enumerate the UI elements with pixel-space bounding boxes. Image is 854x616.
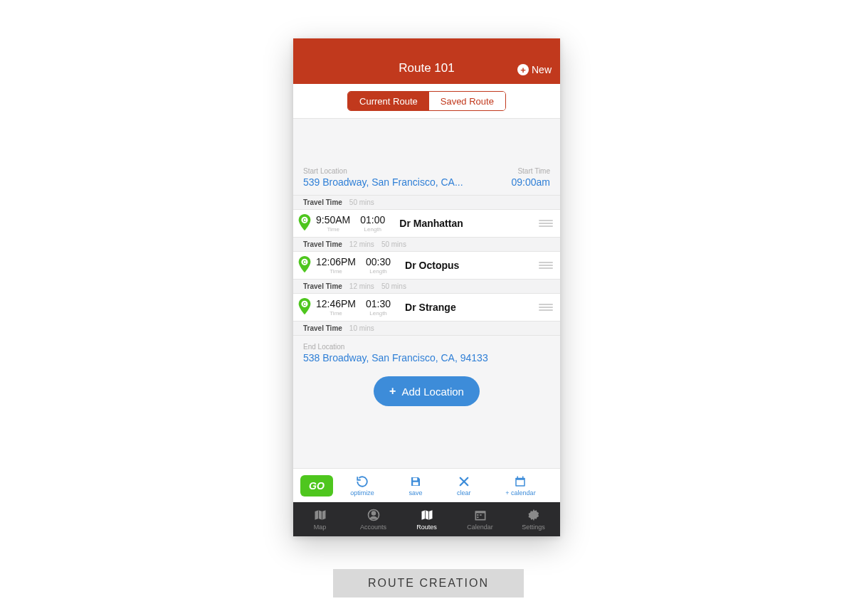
travel-time-row: Travel Time 50 mins xyxy=(293,196,560,210)
time-sublabel: Time xyxy=(330,268,342,275)
end-location-block[interactable]: End Location 538 Broadway, San Francisco… xyxy=(293,336,560,435)
stop-length-value: 01:00 xyxy=(360,214,385,225)
length-sublabel: Length xyxy=(369,268,386,275)
svg-rect-23 xyxy=(480,514,482,516)
travel-secondary: 50 mins xyxy=(381,240,406,248)
svg-text:C: C xyxy=(303,260,307,265)
location-pin-icon: C xyxy=(297,298,312,317)
travel-primary: 12 mins xyxy=(349,282,374,290)
nav-settings[interactable]: Settings xyxy=(507,502,560,536)
stop-time-value: 9:50AM xyxy=(316,214,350,225)
end-address: 538 Broadway, San Francisco, CA, 94133 xyxy=(303,352,550,363)
stop-length-value: 00:30 xyxy=(366,256,391,267)
drag-handle-icon[interactable] xyxy=(539,304,553,311)
plus-icon: + xyxy=(389,385,396,398)
tab-bar: Current Route Saved Route xyxy=(293,84,560,119)
add-to-calendar-button[interactable]: + calendar xyxy=(505,475,535,496)
plus-circle-icon: + xyxy=(517,64,529,75)
phone-frame: Route 101 + New Current Route Saved Rout… xyxy=(293,38,560,536)
start-time-label: Start Time xyxy=(512,167,550,175)
travel-time-prefix: Travel Time xyxy=(303,282,342,290)
drag-handle-icon[interactable] xyxy=(539,262,553,269)
travel-time-row: Travel Time 12 mins 50 mins xyxy=(293,238,560,252)
app-header: Route 101 + New xyxy=(293,38,560,84)
travel-time-prefix: Travel Time xyxy=(303,240,342,248)
optimize-button[interactable]: optimize xyxy=(350,475,374,496)
calendar-nav-icon xyxy=(473,508,487,522)
tab-saved-route[interactable]: Saved Route xyxy=(429,92,505,110)
image-caption: ROUTE CREATION xyxy=(333,569,524,598)
location-pin-icon: C xyxy=(297,214,312,233)
nav-map-label: Map xyxy=(314,524,327,531)
travel-time-prefix: Travel Time xyxy=(303,198,342,206)
travel-time-prefix: Travel Time xyxy=(303,324,342,332)
new-button-label: New xyxy=(532,64,552,75)
start-address: 539 Broadway, San Francisco, CA... xyxy=(303,176,505,188)
nav-accounts-label: Accounts xyxy=(360,524,386,531)
svg-rect-7 xyxy=(413,482,418,485)
clear-icon xyxy=(458,475,470,488)
location-pin-icon: C xyxy=(297,256,312,275)
bottom-nav: Map Accounts Routes Calendar Settings xyxy=(293,502,560,536)
svg-rect-21 xyxy=(476,514,485,519)
segmented-control: Current Route Saved Route xyxy=(347,91,506,111)
travel-primary: 12 mins xyxy=(349,240,374,248)
svg-text:C: C xyxy=(303,218,307,223)
nav-map[interactable]: Map xyxy=(293,502,347,536)
stop-row[interactable]: C 9:50AM Time 01:00 Length Dr Manhattan xyxy=(293,210,560,238)
stop-length-value: 01:30 xyxy=(366,298,391,309)
svg-text:C: C xyxy=(303,302,307,307)
time-sublabel: Time xyxy=(330,310,342,317)
svg-rect-13 xyxy=(522,476,524,479)
add-location-label: Add Location xyxy=(401,386,464,398)
start-location-block[interactable]: Start Location 539 Broadway, San Francis… xyxy=(293,119,560,196)
nav-routes-label: Routes xyxy=(416,524,437,531)
stop-row[interactable]: C 12:46PM Time 01:30 Length Dr Strange xyxy=(293,294,560,322)
svg-rect-6 xyxy=(413,477,417,480)
settings-icon xyxy=(527,508,541,522)
drag-handle-icon[interactable] xyxy=(539,220,553,227)
travel-secondary: 50 mins xyxy=(381,282,406,290)
stop-time-value: 12:06PM xyxy=(316,256,356,267)
time-sublabel: Time xyxy=(327,226,339,233)
travel-time-row: Travel Time 12 mins 50 mins xyxy=(293,280,560,294)
clear-label: clear xyxy=(457,489,471,496)
add-calendar-label: + calendar xyxy=(505,489,535,496)
route-content: Start Location 539 Broadway, San Francis… xyxy=(293,119,560,536)
nav-calendar-label: Calendar xyxy=(467,524,493,531)
final-travel-row: Travel Time 10 mins xyxy=(293,322,560,336)
svg-point-17 xyxy=(371,511,375,515)
tab-current-route[interactable]: Current Route xyxy=(348,92,429,110)
stop-row[interactable]: C 12:06PM Time 00:30 Length Dr Octopus xyxy=(293,252,560,280)
page-title: Route 101 xyxy=(399,61,454,75)
optimize-icon xyxy=(356,475,369,488)
svg-rect-24 xyxy=(477,517,479,519)
optimize-label: optimize xyxy=(350,489,374,496)
add-location-button[interactable]: + Add Location xyxy=(374,376,480,406)
new-route-button[interactable]: + New xyxy=(517,64,552,75)
start-location-label: Start Location xyxy=(303,167,505,175)
accounts-icon xyxy=(367,508,381,522)
nav-settings-label: Settings xyxy=(522,524,545,531)
stop-name: Dr Octopus xyxy=(401,260,539,271)
save-button[interactable]: save xyxy=(408,475,422,496)
go-button[interactable]: GO xyxy=(300,475,333,496)
clear-button[interactable]: clear xyxy=(457,475,471,496)
action-bar: GO optimize save clear + calendar xyxy=(293,468,560,502)
nav-accounts[interactable]: Accounts xyxy=(347,502,400,536)
length-sublabel: Length xyxy=(364,226,381,233)
map-icon xyxy=(313,508,327,522)
length-sublabel: Length xyxy=(369,310,386,317)
stop-name: Dr Manhattan xyxy=(395,218,539,229)
nav-routes[interactable]: Routes xyxy=(400,502,453,536)
save-icon xyxy=(409,475,422,488)
final-travel-value: 10 mins xyxy=(349,324,374,332)
end-location-label: End Location xyxy=(303,343,550,351)
start-time-value: 09:00am xyxy=(512,176,550,188)
travel-primary: 50 mins xyxy=(349,198,374,206)
stop-name: Dr Strange xyxy=(401,302,539,313)
stop-time-value: 12:46PM xyxy=(316,298,356,309)
svg-rect-11 xyxy=(517,479,524,485)
nav-calendar[interactable]: Calendar xyxy=(453,502,507,536)
save-label: save xyxy=(408,489,422,496)
